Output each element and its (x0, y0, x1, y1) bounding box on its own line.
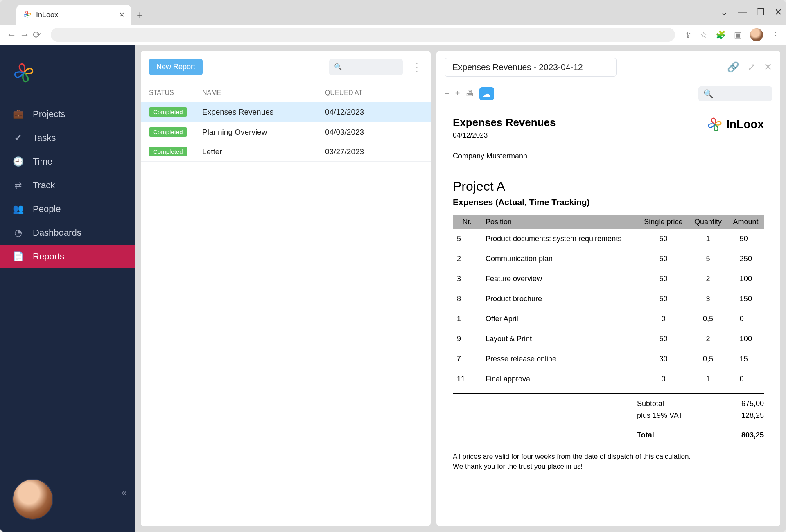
th-pos: Position (481, 215, 638, 229)
cell-price: 50 (638, 269, 689, 289)
url-bar[interactable] (51, 28, 675, 42)
report-row[interactable]: CompletedPlanning Overview04/03/2023 (141, 122, 431, 142)
cell-qty: 5 (689, 249, 727, 269)
share-icon[interactable]: ⇪ (685, 30, 692, 40)
sidebar-item-label: Time (33, 156, 52, 167)
forward-icon[interactable]: → (20, 29, 29, 41)
logo[interactable] (0, 45, 135, 98)
maximize-icon[interactable]: ❐ (757, 7, 765, 18)
collapse-sidebar-icon[interactable]: « (122, 487, 127, 498)
cell-amt: 100 (727, 269, 764, 289)
sidebar-item-track[interactable]: ⇄Track (0, 174, 135, 197)
report-row[interactable]: CompletedExpenses Revenues04/12/2023 (141, 102, 431, 122)
row-queued: 03/27/2023 (325, 147, 422, 156)
cell-amt: 50 (727, 229, 764, 249)
col-status: STATUS (149, 89, 202, 97)
row-queued: 04/03/2023 (325, 128, 422, 137)
status-badge: Completed (149, 147, 187, 156)
expenses-table: Nr. Position Single price Quantity Amoun… (453, 215, 764, 389)
kebab-menu-icon[interactable]: ⋮ (771, 30, 779, 40)
table-row: 1Offer April00,50 (453, 309, 764, 329)
cell-qty: 3 (689, 289, 727, 309)
table-row: 3Feature overview502100 (453, 269, 764, 289)
cell-nr: 9 (453, 329, 481, 349)
search-icon: 🔍 (703, 89, 714, 99)
footer-line-1: All prices are valid for four weeks from… (453, 452, 764, 462)
tab-close-icon[interactable]: × (119, 9, 124, 20)
minus-icon[interactable]: − (445, 89, 449, 98)
report-search-input[interactable]: 🔍 (698, 86, 772, 101)
browser-tab[interactable]: InLoox × (16, 5, 131, 25)
sidebar-item-reports[interactable]: 📄Reports (0, 245, 135, 268)
window-controls: ⌄ — ❐ ✕ (720, 7, 782, 18)
extensions-icon[interactable]: 🧩 (716, 30, 726, 40)
back-icon[interactable]: ← (7, 29, 16, 41)
cell-pos: Presse release online (481, 349, 638, 369)
vat-value: 128,25 (719, 411, 764, 420)
collapse-icon[interactable]: ⤢ (748, 61, 756, 73)
table-row: 5Product documents: system requirements5… (453, 229, 764, 249)
close-panel-icon[interactable]: ✕ (764, 61, 772, 73)
sidebar-item-label: Dashboards (33, 228, 81, 238)
report-body: Expenses Revenues 04/12/2023 InLoox (436, 104, 780, 526)
inloox-logo-icon (12, 61, 35, 84)
sidebar-item-tasks[interactable]: ✔Tasks (0, 126, 135, 150)
sidebar-item-people[interactable]: 👥People (0, 197, 135, 221)
report-title-field[interactable]: Expenses Revenues - 2023-04-12 (445, 58, 617, 77)
cell-qty: 2 (689, 269, 727, 289)
inloox-icon (707, 116, 723, 133)
cell-price: 50 (638, 289, 689, 309)
chevron-down-icon[interactable]: ⌄ (720, 7, 728, 18)
project-name: Project A (453, 179, 764, 194)
cell-pos: Offer April (481, 309, 638, 329)
cell-pos: Communication plan (481, 249, 638, 269)
cell-qty: 0,5 (689, 309, 727, 329)
swap-icon: ⇄ (12, 180, 24, 191)
sidepanel-icon[interactable]: ▣ (734, 30, 742, 40)
total-value: 803,25 (719, 431, 764, 440)
cell-pos: Product brochure (481, 289, 638, 309)
brand-text: InLoox (726, 118, 764, 131)
sidebar-item-projects[interactable]: 💼Projects (0, 102, 135, 126)
new-report-button[interactable]: New Report (149, 59, 203, 75)
sidebar-item-label: People (33, 204, 61, 214)
th-amt: Amount (727, 215, 764, 229)
cell-amt: 100 (727, 329, 764, 349)
sidebar-item-dashboards[interactable]: ◔Dashboards (0, 221, 135, 245)
browser-titlebar: InLoox × + ⌄ — ❐ ✕ (0, 0, 786, 25)
reload-icon[interactable]: ⟳ (33, 29, 41, 41)
total-label: Total (637, 431, 719, 440)
list-header-row: STATUS NAME QUEUED AT (141, 83, 431, 102)
plus-icon[interactable]: + (455, 89, 460, 98)
cell-nr: 3 (453, 269, 481, 289)
cloud-download-button[interactable]: ☁ (479, 87, 494, 100)
report-icon: 📄 (12, 251, 24, 262)
print-icon[interactable]: 🖶 (465, 89, 474, 98)
list-menu-icon[interactable]: ⋮ (411, 60, 422, 74)
cell-amt: 0 (727, 309, 764, 329)
report-row[interactable]: CompletedLetter03/27/2023 (141, 142, 431, 162)
user-avatar[interactable] (12, 479, 53, 520)
link-icon[interactable]: 🔗 (727, 61, 739, 73)
cell-nr: 1 (453, 309, 481, 329)
browser-toolbar: ← → ⟳ ⇪ ☆ 🧩 ▣ ⋮ (0, 25, 786, 45)
briefcase-icon: 💼 (12, 109, 24, 119)
subtotal-value: 675,00 (719, 399, 764, 408)
cell-qty: 1 (689, 369, 727, 389)
search-input[interactable]: 🔍 (329, 59, 403, 75)
sidebar-item-time[interactable]: 🕘Time (0, 150, 135, 174)
cell-price: 30 (638, 349, 689, 369)
vat-label: plus 19% VAT (637, 411, 719, 420)
report-heading: Expenses Revenues (453, 116, 556, 129)
minimize-icon[interactable]: — (738, 7, 747, 18)
cell-nr: 5 (453, 229, 481, 249)
cell-nr: 11 (453, 369, 481, 389)
star-icon[interactable]: ☆ (700, 30, 707, 40)
cell-price: 0 (638, 309, 689, 329)
profile-avatar[interactable] (750, 28, 763, 41)
row-name: Expenses Revenues (202, 108, 325, 117)
new-tab-icon[interactable]: + (137, 9, 143, 21)
reports-list-panel: New Report 🔍 ⋮ STATUS NAME QUEUED AT Com… (141, 51, 431, 526)
th-price: Single price (638, 215, 689, 229)
close-icon[interactable]: ✕ (775, 7, 782, 18)
